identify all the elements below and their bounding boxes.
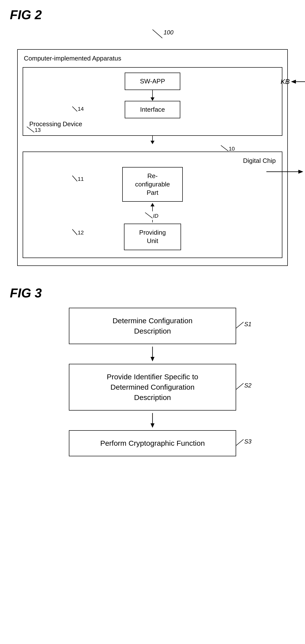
flow-arrow-1 bbox=[148, 344, 158, 364]
ref-12-label: 12 bbox=[70, 228, 84, 238]
page-container: FIG 2 100 Computer-implemented Apparatus… bbox=[0, 0, 305, 644]
interface-container: 14 Interface bbox=[28, 101, 277, 118]
svg-line-6 bbox=[221, 146, 228, 151]
svg-line-0 bbox=[152, 30, 162, 38]
kvd-arrow-svg bbox=[266, 167, 305, 176]
step2-line2: Determined Configuration bbox=[110, 383, 194, 391]
kb-label: KB bbox=[281, 78, 290, 86]
providing-container: 12 Providing Unit bbox=[28, 224, 277, 250]
svg-text:S2: S2 bbox=[244, 382, 252, 389]
outer-apparatus-box: Computer-implemented Apparatus SW-APP bbox=[17, 49, 288, 266]
svg-line-22 bbox=[236, 383, 244, 390]
svg-text:13: 13 bbox=[35, 127, 40, 133]
fig3-section: FIG 3 Determine Configuration Descriptio… bbox=[10, 286, 295, 456]
svg-line-10 bbox=[145, 212, 152, 218]
interface-box: Interface bbox=[125, 101, 180, 118]
providing-box: Providing Unit bbox=[124, 224, 181, 250]
ref-14-label: 14 bbox=[70, 105, 84, 114]
fig2-diagram: 100 Computer-implemented Apparatus SW-AP… bbox=[17, 27, 288, 266]
svg-marker-15 bbox=[298, 170, 303, 174]
svg-text:S3: S3 bbox=[244, 438, 252, 445]
ref-100-arrow: 100 bbox=[143, 27, 192, 39]
flow-step-1: Determine Configuration Description S1 bbox=[69, 308, 236, 344]
digital-chip-box: Digital Chip 11 Re- configurable Part bbox=[23, 152, 282, 258]
step1-ref: S1 bbox=[236, 321, 256, 331]
kvd-arrow-container: KVD bbox=[266, 167, 305, 176]
ref-11-svg: 11 bbox=[70, 174, 84, 183]
arrow-interface-to-chip bbox=[150, 136, 154, 144]
step1-line2: Description bbox=[134, 327, 171, 335]
svg-marker-21 bbox=[150, 357, 154, 361]
step2-box: Provide Identifier Specific to Determine… bbox=[69, 364, 236, 410]
kb-arrow-container: KB bbox=[281, 77, 305, 86]
kb-arrow-svg bbox=[291, 77, 305, 86]
step2-ref-svg: S2 bbox=[236, 382, 256, 391]
svg-line-26 bbox=[236, 439, 244, 446]
svg-text:12: 12 bbox=[78, 230, 84, 236]
step2-line3: Description bbox=[134, 393, 171, 402]
step2-line1: Provide Identifier Specific to bbox=[107, 373, 198, 381]
processing-device-box: SW-APP 14 Interface bbox=[23, 67, 282, 136]
svg-text:100: 100 bbox=[164, 29, 174, 36]
fig3-diagram: Determine Configuration Description S1 bbox=[10, 308, 295, 456]
sw-app-container: SW-APP bbox=[28, 72, 277, 90]
fig3-title: FIG 3 bbox=[10, 286, 295, 300]
step1-ref-svg: S1 bbox=[236, 321, 256, 330]
digital-chip-label: Digital Chip bbox=[28, 157, 277, 164]
reconfig-container: 11 Re- configurable Part bbox=[28, 167, 277, 202]
ref-14-slash: 14 bbox=[70, 105, 84, 113]
svg-line-2 bbox=[72, 106, 77, 112]
outer-box-label: Computer-implemented Apparatus bbox=[23, 54, 282, 62]
svg-text:S1: S1 bbox=[244, 321, 252, 328]
ref-12-svg: 12 bbox=[70, 228, 84, 237]
step3-box: Perform Cryptographic Function bbox=[69, 430, 236, 456]
svg-line-4 bbox=[27, 127, 34, 132]
flow-step-3: Perform Cryptographic Function S3 bbox=[69, 430, 236, 456]
step3-ref-svg: S3 bbox=[236, 438, 256, 447]
id-label-svg: ID bbox=[143, 211, 162, 220]
svg-text:11: 11 bbox=[78, 176, 84, 182]
id-arrow-container: ID bbox=[28, 203, 277, 222]
arrow-swapp-to-interface bbox=[150, 90, 154, 101]
step1-box: Determine Configuration Description bbox=[69, 308, 236, 344]
svg-text:10: 10 bbox=[229, 146, 235, 152]
svg-text:ID: ID bbox=[153, 213, 158, 219]
step3-ref: S3 bbox=[236, 438, 256, 448]
sw-app-box: SW-APP bbox=[125, 72, 180, 90]
ref-11-label: 11 bbox=[70, 174, 84, 184]
svg-text:14: 14 bbox=[78, 106, 84, 112]
step2-ref: S2 bbox=[236, 382, 256, 392]
svg-marker-17 bbox=[291, 80, 296, 84]
step1-line1: Determine Configuration bbox=[112, 316, 192, 325]
arrow-up-id bbox=[150, 203, 154, 211]
flow-step-2: Provide Identifier Specific to Determine… bbox=[69, 364, 236, 410]
ref-10-container: 10 bbox=[23, 144, 282, 152]
arrow1-svg bbox=[148, 346, 158, 361]
svg-line-12 bbox=[72, 229, 77, 235]
flow-arrow-2 bbox=[148, 410, 158, 430]
step3-text: Perform Cryptographic Function bbox=[100, 439, 205, 447]
svg-marker-25 bbox=[150, 423, 154, 428]
fig2-title: FIG 2 bbox=[10, 8, 295, 22]
processing-device-label: Processing Device bbox=[28, 120, 277, 128]
arrow2-svg bbox=[148, 413, 158, 428]
svg-line-8 bbox=[72, 176, 77, 181]
svg-line-18 bbox=[236, 322, 244, 328]
reconfig-box: Re- configurable Part bbox=[122, 167, 183, 202]
ref-13-svg: 13 bbox=[24, 126, 44, 134]
